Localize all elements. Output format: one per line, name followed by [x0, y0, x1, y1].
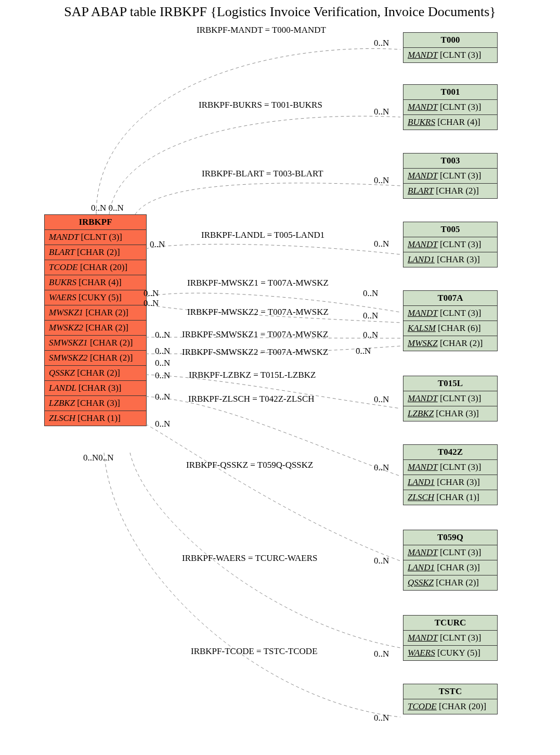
edge-label: IRBKPF-LANDL = T005-LAND1 — [201, 230, 324, 240]
field-row: QSSKZ [CHAR (2)] — [45, 366, 146, 381]
field-row: MANDT [CLNT (3)] — [403, 306, 497, 321]
edge-label: IRBKPF-WAERS = TCURC-WAERS — [182, 553, 318, 564]
field-row: LZBKZ [CHAR (3)] — [403, 406, 497, 421]
entity-t042z: T042ZMANDT [CLNT (3)]LAND1 [CHAR (3)]ZLS… — [403, 444, 498, 505]
cardinality-label: 0..N — [374, 713, 389, 723]
field-row: TCODE [CHAR (20)] — [45, 260, 146, 275]
field-row: MANDT [CLNT (3)] — [403, 169, 497, 184]
cardinality-label: 0..N — [155, 330, 170, 340]
edge-label: IRBKPF-MWSKZ2 = T007A-MWSKZ — [187, 307, 329, 317]
entity-header: T015L — [403, 376, 497, 391]
field-row: MANDT [CLNT (3)] — [403, 545, 497, 560]
cardinality-label: 0..N — [374, 394, 389, 405]
entity-header: T059Q — [403, 530, 497, 545]
edge-label: IRBKPF-QSSKZ = T059Q-QSSKZ — [186, 460, 313, 470]
field-row: SMWSKZ2 [CHAR (2)] — [45, 351, 146, 366]
cardinality-label: 0..N — [144, 298, 159, 309]
entity-header: T042Z — [403, 445, 497, 460]
cardinality-label: 0..N — [374, 649, 389, 659]
field-row: MANDT [CLNT (3)] — [403, 100, 497, 115]
cardinality-label: 0..N — [356, 346, 371, 356]
field-row: MANDT [CLNT (3)] — [403, 460, 497, 475]
field-row: BUKRS [CHAR (4)] — [45, 275, 146, 290]
field-row: MWSKZ [CHAR (2)] — [403, 336, 497, 351]
cardinality-label: 0..N — [150, 239, 165, 250]
edge-label: IRBKPF-SMWSKZ1 = T007A-MWSKZ — [182, 329, 328, 340]
cardinality-label: 0..N0..N — [83, 453, 114, 463]
edge-label: IRBKPF-TCODE = TSTC-TCODE — [191, 646, 318, 657]
field-row: QSSKZ [CHAR (2)] — [403, 575, 497, 590]
cardinality-label: 0..N — [374, 239, 389, 249]
edge-label: IRBKPF-ZLSCH = T042Z-ZLSCH — [188, 394, 315, 404]
field-row: LAND1 [CHAR (3)] — [403, 475, 497, 490]
cardinality-label: 0..N — [363, 330, 378, 340]
cardinality-label: 0..N — [374, 463, 389, 473]
page-title: SAP ABAP table IRBKPF {Logistics Invoice… — [0, 4, 560, 20]
cardinality-label: 0..N — [374, 107, 389, 117]
field-row: WAERS [CUKY (5)] — [45, 290, 146, 305]
entity-t015l: T015LMANDT [CLNT (3)]LZBKZ [CHAR (3)] — [403, 376, 498, 421]
cardinality-label: 0..N — [363, 288, 378, 299]
entity-t000: T000MANDT [CLNT (3)] — [403, 32, 498, 63]
entity-t005: T005MANDT [CLNT (3)]LAND1 [CHAR (3)] — [403, 222, 498, 267]
field-row: MANDT [CLNT (3)] — [403, 237, 497, 252]
cardinality-label: 0..N — [374, 556, 389, 566]
entity-irbkpf: IRBKPF MANDT [CLNT (3)]BLART [CHAR (2)]T… — [44, 214, 147, 426]
field-row: BUKRS [CHAR (4)] — [403, 115, 497, 130]
cardinality-label: 0..N — [155, 370, 170, 381]
edge-label: IRBKPF-BUKRS = T001-BUKRS — [199, 100, 322, 110]
entity-header: TCURC — [403, 616, 497, 631]
cardinality-label: 0..N 0..N — [91, 203, 124, 213]
cardinality-label: 0..N — [155, 358, 170, 368]
field-row: MWSKZ1 [CHAR (2)] — [45, 305, 146, 321]
field-row: SMWSKZ1 [CHAR (2)] — [45, 336, 146, 351]
entity-header: IRBKPF — [45, 215, 146, 230]
edge-label: IRBKPF-LZBKZ = T015L-LZBKZ — [189, 370, 316, 380]
field-row: LZBKZ [CHAR (3)] — [45, 396, 146, 411]
cardinality-label: 0..N — [155, 392, 170, 402]
field-row: MWSKZ2 [CHAR (2)] — [45, 321, 146, 336]
field-row: ZLSCH [CHAR (1)] — [45, 411, 146, 426]
field-row: TCODE [CHAR (20)] — [403, 699, 497, 714]
field-row: ZLSCH [CHAR (1)] — [403, 490, 497, 505]
field-row: BLART [CHAR (2)] — [45, 245, 146, 260]
field-row: BLART [CHAR (2)] — [403, 184, 497, 198]
entity-tcurc: TCURCMANDT [CLNT (3)]WAERS [CUKY (5)] — [403, 615, 498, 661]
entity-t001: T001MANDT [CLNT (3)]BUKRS [CHAR (4)] — [403, 84, 498, 130]
field-row: LANDL [CHAR (3)] — [45, 381, 146, 396]
edge-label: IRBKPF-BLART = T003-BLART — [202, 169, 323, 179]
entity-t007a: T007AMANDT [CLNT (3)]KALSM [CHAR (6)]MWS… — [403, 290, 498, 351]
entity-header: TSTC — [403, 684, 497, 699]
entity-t059q: T059QMANDT [CLNT (3)]LAND1 [CHAR (3)]QSS… — [403, 530, 498, 591]
cardinality-label: 0..N — [155, 419, 170, 429]
edge-label: IRBKPF-MWSKZ1 = T007A-MWSKZ — [187, 278, 329, 288]
field-row: MANDT [CLNT (3)] — [403, 391, 497, 406]
edge-label: IRBKPF-MANDT = T000-MANDT — [197, 25, 326, 35]
field-row: WAERS [CUKY (5)] — [403, 646, 497, 660]
entity-header: T000 — [403, 33, 497, 48]
entity-header: T005 — [403, 222, 497, 237]
entity-tstc: TSTCTCODE [CHAR (20)] — [403, 684, 498, 714]
field-row: KALSM [CHAR (6)] — [403, 321, 497, 336]
cardinality-label: 0..N — [374, 175, 389, 186]
field-row: LAND1 [CHAR (3)] — [403, 560, 497, 575]
cardinality-label: 0..N — [374, 38, 389, 48]
field-row: MANDT [CLNT (3)] — [45, 230, 146, 245]
entity-header: T007A — [403, 291, 497, 306]
entity-header: T001 — [403, 85, 497, 100]
cardinality-label: 0..N — [155, 346, 170, 356]
cardinality-label: 0..N — [363, 311, 378, 321]
field-row: MANDT [CLNT (3)] — [403, 631, 497, 646]
field-row: MANDT [CLNT (3)] — [403, 48, 497, 62]
cardinality-label: 0..N — [144, 288, 159, 299]
entity-t003: T003MANDT [CLNT (3)]BLART [CHAR (2)] — [403, 153, 498, 199]
edge-label: IRBKPF-SMWSKZ2 = T007A-MWSKZ — [182, 347, 328, 357]
entity-header: T003 — [403, 153, 497, 169]
field-row: LAND1 [CHAR (3)] — [403, 252, 497, 267]
